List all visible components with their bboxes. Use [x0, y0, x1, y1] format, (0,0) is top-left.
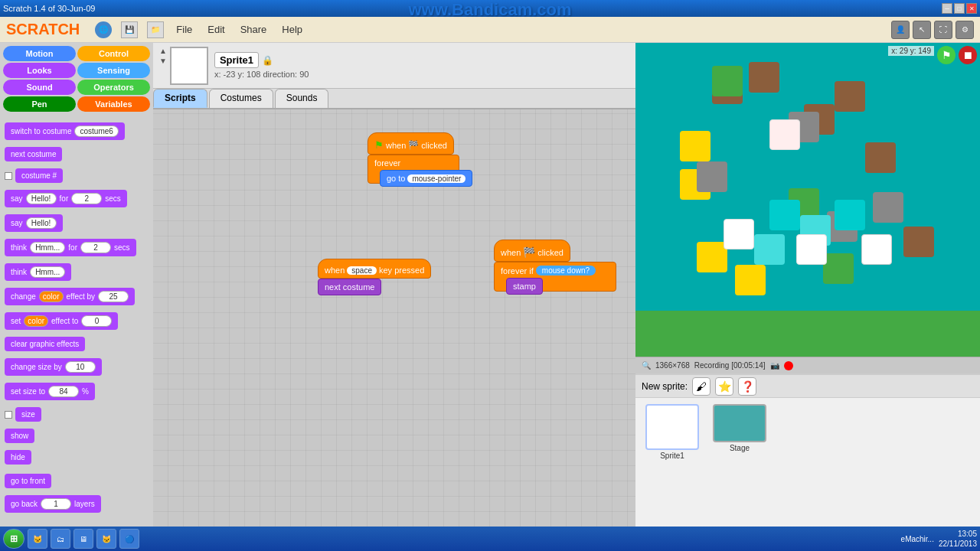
block-costume-check[interactable] [5, 172, 12, 180]
block-costume-num[interactable]: costume # [15, 168, 63, 183]
folder-icon[interactable]: 📁 [147, 21, 164, 38]
green-flag-button[interactable]: ⚑ [937, 46, 956, 64]
tab-scripts[interactable]: Scripts [153, 89, 207, 108]
tab-sounds[interactable]: Sounds [275, 89, 329, 108]
sprite-item-stage[interactable]: Stage [709, 404, 770, 460]
block-think-secs[interactable]: think Hmm... for 2 secs [5, 239, 136, 256]
block-set-size[interactable]: set size to 84 % [5, 383, 95, 400]
blocks-palette: switch to costume costume6 next costume … [0, 115, 153, 527]
sprite-info: Sprite1 🔒 x: -23 y: 108 direction: 90 [214, 52, 309, 79]
sprite-coords: x: -23 y: 108 direction: 90 [214, 70, 309, 79]
block-when-flag-1[interactable]: ⚑ when 🏁 clicked [368, 132, 454, 155]
sprite-box-10 [735, 265, 766, 295]
block-size[interactable]: size [15, 407, 41, 422]
block-say-secs[interactable]: say Hello! for 2 secs [5, 190, 127, 207]
block-text: when [386, 141, 406, 150]
paint-sprite-button[interactable]: 🖌 [692, 377, 710, 396]
cat-sound[interactable]: Sound [3, 80, 76, 95]
block-stamp[interactable]: stamp [506, 278, 543, 295]
clock-time: 13:05 [939, 529, 977, 539]
stage-coords: x: 29 y: 149 [888, 46, 934, 56]
stop-button[interactable]: ⏹ [959, 46, 977, 64]
sprite-box-14 [697, 161, 727, 192]
sprite-thumbnail [170, 47, 208, 85]
new-sprite-bar: New sprite: 🖌 ⭐ ❓ [635, 375, 980, 398]
sprite-header: ▲ ▼ Sprite1 🔒 x: -23 y: 108 direction: 9… [153, 43, 635, 89]
stage-canvas [635, 43, 980, 357]
taskbar-app-4[interactable]: 🐱 [96, 529, 116, 549]
sprites-list: Sprite1 Stage [635, 398, 980, 527]
script-tabs: Scripts Costumes Sounds [153, 89, 635, 109]
cat-operators[interactable]: Operators [77, 80, 150, 95]
block-go-back[interactable]: go back 1 layers [5, 495, 101, 513]
script-stack-1: ⚑ when 🏁 clicked forever go to mouse-poi… [368, 132, 472, 190]
fullscreen-icon[interactable]: ⛶ [934, 21, 952, 39]
start-button[interactable]: ⊞ [3, 529, 24, 549]
taskbar-right: eMachir... 13:05 22/11/2013 [901, 529, 977, 549]
cat-pen[interactable]: Pen [3, 96, 76, 112]
star-sprite-button[interactable]: ⭐ [715, 377, 733, 396]
cat-control[interactable]: Control [77, 46, 150, 61]
taskbar-app-3[interactable]: 🖥 [74, 529, 93, 549]
block-go-front[interactable]: go to front [5, 474, 51, 488]
sprite-label-1: Sprite1 [660, 452, 684, 460]
block-set-effect[interactable]: set color effect to 0 [5, 312, 118, 330]
taskbar-app-1[interactable]: 🐱 [28, 529, 47, 549]
menu-edit[interactable]: Edit [204, 22, 227, 37]
titlebar: Scratch 1.4 of 30-Jun-09 www.Bandicam.co… [0, 0, 980, 17]
cursor-icon[interactable]: ↖ [913, 21, 931, 39]
stage-area: ⚑ ⏹ x: 29 y: 149 [635, 43, 980, 357]
resolution-text: 1366×768 [655, 361, 690, 370]
settings-icon[interactable]: ⚙ [956, 21, 974, 39]
sprite-box-23 [724, 219, 754, 249]
cat-looks[interactable]: Looks [3, 63, 76, 78]
minimize-button[interactable]: ─ [942, 3, 952, 14]
script-area[interactable]: ⚑ when 🏁 clicked forever go to mouse-poi… [153, 109, 635, 527]
main-area: Motion Control Looks Sensing Sound Opera… [0, 43, 980, 527]
script-group-3: when 🏁 clicked forever if mouse down? st… [494, 240, 616, 298]
menu-file[interactable]: File [173, 22, 195, 37]
cat-variables[interactable]: Variables [77, 96, 150, 112]
block-size-check[interactable] [5, 411, 12, 419]
globe-icon[interactable]: 🌐 [95, 21, 112, 38]
block-when-space[interactable]: when space key pressed [318, 259, 431, 279]
sprite-box-25 [861, 234, 892, 265]
question-sprite-button[interactable]: ❓ [738, 377, 756, 396]
block-when-flag-2[interactable]: when 🏁 clicked [494, 240, 570, 262]
sprite-item-1[interactable]: Sprite1 [642, 404, 703, 460]
cat-sensing[interactable]: Sensing [77, 63, 150, 78]
block-change-effect[interactable]: change color effect by 25 [5, 288, 135, 305]
menu-share[interactable]: Share [237, 22, 270, 37]
block-next-costume2[interactable]: next costume [318, 279, 381, 295]
close-button[interactable]: ✕ [966, 3, 977, 14]
user-icon[interactable]: 👤 [891, 21, 910, 39]
script-group-1: ⚑ when 🏁 clicked forever go to mouse-poi… [368, 132, 472, 190]
sprite-name-input[interactable]: Sprite1 [214, 52, 259, 68]
sprite-box-9 [697, 242, 727, 272]
cat-motion[interactable]: Motion [3, 46, 76, 61]
menubar-right: 👤 ↖ ⛶ ⚙ [891, 21, 974, 39]
script-stack-2: when space key pressed next costume [318, 259, 431, 295]
taskbar: ⊞ 🐱 🗂 🖥 🐱 🔵 eMachir... 13:05 22/11/2013 [0, 527, 980, 551]
block-goto-mouse[interactable]: go to mouse-pointer [380, 170, 472, 187]
block-show[interactable]: show [5, 429, 34, 443]
sprite-box-4 [835, 81, 865, 112]
block-say[interactable]: say Hello! [5, 214, 63, 232]
block-next-costume[interactable]: next costume [5, 147, 62, 161]
recording-text: Recording [00:05:14] [694, 361, 766, 370]
maximize-button[interactable]: □ [954, 3, 965, 14]
block-change-size[interactable]: change size by 10 [5, 358, 102, 376]
rec-indicator [784, 361, 793, 370]
middle-panel: ▲ ▼ Sprite1 🔒 x: -23 y: 108 direction: 9… [153, 43, 635, 527]
tab-costumes[interactable]: Costumes [209, 89, 273, 108]
menu-help[interactable]: Help [279, 22, 305, 37]
sprites-panel: New sprite: 🖌 ⭐ ❓ Sprite1 Stage [635, 373, 980, 527]
taskbar-app-5[interactable]: 🔵 [119, 529, 139, 549]
block-think[interactable]: think Hmm... [5, 263, 71, 281]
block-hide[interactable]: hide [5, 450, 31, 465]
save-icon[interactable]: 💾 [121, 21, 138, 38]
block-clear-effects[interactable]: clear graphic effects [5, 337, 85, 351]
block-switch-costume[interactable]: switch to costume costume6 [5, 122, 125, 140]
category-buttons: Motion Control Looks Sensing Sound Opera… [0, 43, 153, 115]
taskbar-app-2[interactable]: 🗂 [51, 529, 70, 549]
